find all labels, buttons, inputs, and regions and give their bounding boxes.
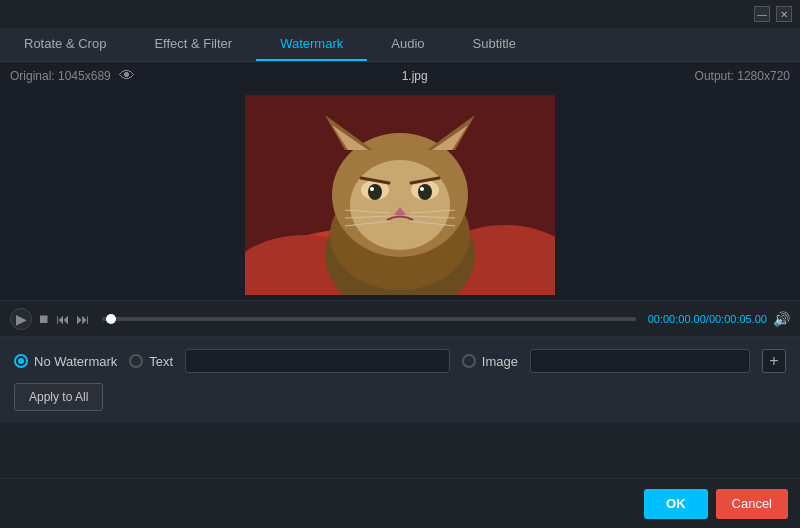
image-watermark-label: Image [482, 354, 518, 369]
original-resolution: Original: 1045x689 [10, 69, 111, 83]
volume-icon[interactable]: 🔊 [773, 311, 790, 327]
video-info-bar: Original: 1045x689 👁 1.jpg Output: 1280x… [0, 62, 800, 90]
image-watermark-option[interactable]: Image [462, 354, 518, 369]
time-display: 00:00:00.00/00:00:05.00 [648, 313, 767, 325]
stop-button[interactable]: ⏹ [38, 312, 50, 326]
output-resolution: Output: 1280x720 [695, 69, 790, 83]
svg-point-15 [418, 184, 432, 200]
text-watermark-label: Text [149, 354, 173, 369]
no-watermark-radio[interactable] [14, 354, 28, 368]
tab-subtitle[interactable]: Subtitle [449, 28, 540, 61]
svg-point-14 [368, 184, 382, 200]
watermark-options-row: No Watermark Text Image + [14, 349, 786, 373]
controls-bar: ▶ ⏹ ⏮ ⏭ 00:00:00.00/00:00:05.00 🔊 [0, 300, 800, 336]
text-watermark-radio[interactable] [129, 354, 143, 368]
minimize-button[interactable]: — [754, 6, 770, 22]
title-bar: — ✕ [0, 0, 800, 28]
ok-button[interactable]: OK [644, 489, 708, 519]
svg-point-11 [350, 160, 450, 250]
progress-track[interactable] [102, 317, 636, 321]
apply-to-all-button[interactable]: Apply to All [14, 383, 103, 411]
no-watermark-option[interactable]: No Watermark [14, 354, 117, 369]
video-preview [0, 90, 800, 300]
tab-audio[interactable]: Audio [367, 28, 448, 61]
bottom-action-bar: OK Cancel [0, 478, 800, 528]
svg-point-17 [420, 187, 424, 191]
next-frame-button[interactable]: ⏭ [76, 311, 90, 327]
watermark-panel: No Watermark Text Image + Apply to All [0, 336, 800, 423]
eye-icon[interactable]: 👁 [119, 67, 135, 85]
close-button[interactable]: ✕ [776, 6, 792, 22]
tab-effect-filter[interactable]: Effect & Filter [130, 28, 256, 61]
text-watermark-input[interactable] [185, 349, 450, 373]
tab-bar: Rotate & Crop Effect & Filter Watermark … [0, 28, 800, 62]
text-watermark-option[interactable]: Text [129, 354, 173, 369]
tab-watermark[interactable]: Watermark [256, 28, 367, 61]
apply-all-row: Apply to All [14, 383, 786, 411]
add-image-button[interactable]: + [762, 349, 786, 373]
prev-frame-button[interactable]: ⏮ [56, 311, 70, 327]
video-thumbnail [245, 95, 555, 295]
cancel-button[interactable]: Cancel [716, 489, 788, 519]
no-watermark-label: No Watermark [34, 354, 117, 369]
svg-point-16 [370, 187, 374, 191]
video-filename: 1.jpg [135, 69, 695, 83]
image-watermark-radio[interactable] [462, 354, 476, 368]
progress-thumb[interactable] [106, 314, 116, 324]
image-watermark-input[interactable] [530, 349, 750, 373]
tab-rotate-crop[interactable]: Rotate & Crop [0, 28, 130, 61]
play-button[interactable]: ▶ [10, 308, 32, 330]
